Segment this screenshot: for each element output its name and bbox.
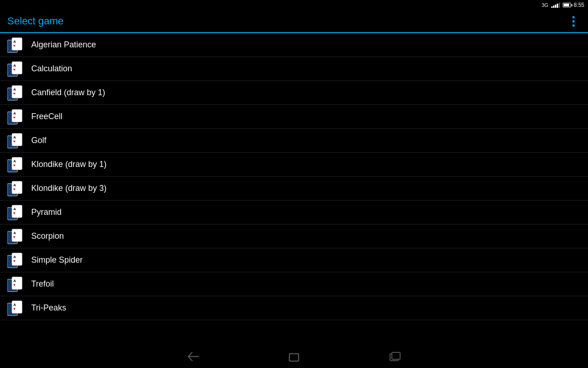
game-name: Trefoil [31,279,54,289]
svg-text:A: A [13,207,16,211]
game-name: Pyramid [31,207,62,217]
card-icon: A ♥ [7,61,24,77]
overflow-dot-3 [572,24,575,27]
network-type: 3G [542,2,548,8]
card-icon: A ♥ [7,156,24,173]
svg-text:A: A [13,63,16,68]
action-bar: Select game [0,10,588,33]
page-title: Select game [7,15,63,27]
game-list-item[interactable]: A ♥ Trefoil [0,272,588,296]
game-name: Canfield (draw by 1) [31,88,105,98]
svg-text:A: A [13,279,16,283]
game-list-item[interactable]: A ♥ Calculation [0,57,588,81]
card-icon: A ♥ [7,228,24,245]
home-button[interactable] [285,350,303,363]
back-icon [187,351,199,362]
nav-bar [0,345,588,368]
game-list-item[interactable]: A ♥ Pyramid [0,201,588,224]
game-list-item[interactable]: A ♥ Scorpion [0,224,588,248]
game-list-item[interactable]: A ♥ FreeCell [0,105,588,129]
svg-text:♥: ♥ [13,259,16,263]
game-list-item[interactable]: A ♥ Simple Spider [0,248,588,272]
battery-icon [563,3,571,7]
back-button[interactable] [184,350,202,363]
game-name: Golf [31,136,46,145]
game-name: Klondike (draw by 1) [31,160,107,169]
overflow-dot-1 [572,16,575,18]
game-name: Calculation [31,64,72,74]
svg-text:A: A [13,135,16,139]
svg-text:A: A [13,303,16,307]
game-name: Algerian Patience [31,40,96,50]
signal-icon [551,3,560,8]
game-list-item[interactable]: A ♥ Tri-Peaks [0,296,588,320]
game-name: FreeCell [31,112,62,121]
svg-text:♥: ♥ [13,187,16,191]
svg-text:A: A [13,87,16,92]
game-list-item[interactable]: A ♥ Klondike (draw by 1) [0,153,588,177]
svg-rect-49 [289,354,299,361]
card-icon: A ♥ [7,132,24,149]
svg-text:♥: ♥ [13,139,16,144]
svg-text:♥: ♥ [13,235,16,239]
game-list-item[interactable]: A ♥ Canfield (draw by 1) [0,81,588,105]
card-icon: A ♥ [7,109,24,125]
svg-text:A: A [13,255,16,259]
card-icon: A ♥ [7,252,24,269]
card-icon: A ♥ [7,85,24,101]
overflow-menu-button[interactable] [566,14,581,29]
svg-text:A: A [13,231,16,235]
svg-text:♥: ♥ [13,68,16,72]
recents-button[interactable] [386,350,404,363]
game-name: Simple Spider [31,255,83,265]
svg-text:♥: ♥ [13,115,16,120]
game-list: A ♥ Algerian Patience A ♥ Calculation [0,33,588,345]
card-icon: A ♥ [7,276,24,293]
card-icon: A ♥ [7,300,24,316]
svg-text:♥: ♥ [13,92,16,96]
game-list-item[interactable]: A ♥ Klondike (draw by 3) [0,177,588,201]
game-list-item[interactable]: A ♥ Golf [0,129,588,153]
recents-icon [389,351,401,362]
status-bar: 3G 8:55 [542,0,588,10]
overflow-dot-2 [572,20,575,23]
game-name: Scorpion [31,231,64,241]
svg-text:♥: ♥ [13,283,16,287]
svg-text:A: A [13,111,16,115]
card-icon: A ♥ [7,180,24,197]
svg-text:A: A [13,159,16,163]
svg-text:♥: ♥ [13,211,16,215]
game-name: Klondike (draw by 3) [31,184,107,193]
svg-text:A: A [13,40,16,44]
clock: 8:55 [574,2,584,8]
card-icon: A ♥ [7,37,24,53]
card-icon: A ♥ [7,204,24,221]
home-icon [288,351,300,362]
svg-text:A: A [13,183,16,187]
svg-text:♥: ♥ [13,44,16,48]
svg-text:♥: ♥ [13,163,16,167]
game-name: Tri-Peaks [31,303,66,313]
svg-text:♥: ♥ [13,307,16,311]
svg-rect-51 [392,352,400,359]
game-list-item[interactable]: A ♥ Algerian Patience [0,33,588,57]
